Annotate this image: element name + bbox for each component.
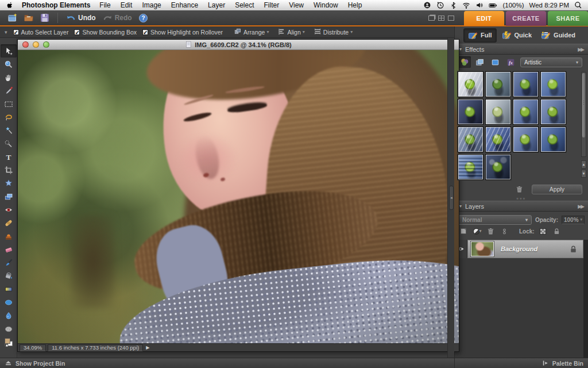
panel-resize-grip[interactable]: ■■■ [455, 196, 588, 201]
battery-icon[interactable] [489, 1, 497, 10]
show-project-bin-label[interactable]: Show Project Bin [16, 360, 65, 367]
mode-full[interactable]: Full [463, 28, 497, 43]
checkbox-auto-select-layer[interactable]: ✓Auto Select Layer [13, 29, 69, 36]
sponge-tool[interactable] [1, 322, 17, 335]
effect-thumbnail-13[interactable] [458, 154, 483, 180]
menu-item-window[interactable]: Window [314, 1, 338, 9]
layer-row-body[interactable]: Background [467, 240, 583, 258]
image-canvas[interactable] [18, 50, 459, 343]
eraser-tool[interactable] [1, 243, 17, 256]
effect-thumbnail-4[interactable] [540, 71, 566, 97]
hand-tool[interactable] [1, 71, 17, 84]
menu-item-select[interactable]: Select [235, 1, 254, 9]
effect-thumbnail-5[interactable] [458, 99, 483, 125]
lock-transparency-icon[interactable] [538, 227, 548, 236]
adjustment-layer-icon[interactable]: ▾ [472, 227, 482, 236]
collapse-triangle-icon[interactable]: ▾ [459, 204, 462, 209]
effects-category-select[interactable]: Artistic ▾ [520, 57, 582, 67]
healing-brush-tool[interactable] [1, 216, 17, 229]
status-menu-arrow-icon[interactable]: ▶ [146, 345, 149, 350]
apply-button[interactable]: Apply [532, 185, 582, 194]
effect-thumbnail-8[interactable] [540, 99, 566, 125]
distribute-menu[interactable]: Distribute▾ [311, 28, 356, 36]
effect-thumbnail-7[interactable] [513, 99, 539, 125]
effect-thumbnail-9[interactable] [458, 126, 483, 152]
tab-create[interactable]: CREATE [506, 11, 546, 26]
quick-selection-tool[interactable] [1, 137, 17, 150]
effect-thumbnail-10[interactable] [485, 126, 511, 152]
align-menu[interactable]: Align▾ [274, 28, 308, 36]
spotlight-icon[interactable] [574, 1, 582, 9]
all-effects-category-icon[interactable]: fx [505, 56, 517, 68]
photo-effects-category-icon[interactable] [489, 56, 502, 68]
effect-thumbnail-6[interactable] [485, 99, 511, 125]
blur-tool[interactable] [1, 309, 17, 322]
color-swatches[interactable] [1, 335, 17, 348]
scrollbar-thumb[interactable] [582, 72, 586, 138]
filters-category-icon[interactable] [458, 56, 471, 68]
menu-item-filter[interactable]: Filter [264, 1, 280, 9]
open-file-icon[interactable] [24, 13, 34, 23]
help-icon[interactable]: ? [138, 13, 148, 23]
document-titlebar[interactable]: IMG_6609.CR2 @ 34.1% (RGB/8) [18, 40, 459, 50]
cookie-cutter-tool[interactable] [1, 177, 17, 190]
menu-item-edit[interactable]: Edit [121, 1, 133, 9]
eyedropper-tool[interactable] [1, 84, 17, 97]
marquee-tool[interactable] [1, 97, 17, 110]
lock-all-icon[interactable] [552, 227, 562, 236]
shape-tool[interactable] [1, 296, 17, 309]
layers-panel-header[interactable]: ▾ Layers ▶▶ [455, 201, 588, 212]
palette-bin-label[interactable]: Palette Bin [552, 360, 583, 367]
app-menu-title[interactable]: Photoshop Elements [22, 1, 90, 9]
effects-scrollbar[interactable] [581, 72, 586, 157]
show-project-bin-icon[interactable] [5, 359, 12, 367]
tab-share[interactable]: SHARE [548, 11, 588, 26]
menu-clock[interactable]: Wed 8:29 PM [529, 2, 569, 9]
zoom-window-button[interactable] [43, 41, 49, 48]
arrange-menu[interactable]: Arrange▾ [231, 28, 272, 36]
delete-layer-icon[interactable] [486, 227, 496, 236]
photo-portrait[interactable] [18, 50, 459, 343]
menu-item-enhance[interactable]: Enhance [171, 1, 198, 9]
wifi-icon[interactable] [462, 1, 470, 9]
menu-item-image[interactable]: Image [142, 1, 161, 9]
single-window-icon[interactable] [448, 16, 454, 21]
new-layer-icon[interactable] [458, 227, 469, 236]
collapse-triangle-icon[interactable]: ▾ [459, 47, 462, 52]
tool-options-chevron-icon[interactable]: ▾ [5, 29, 7, 35]
checkbox-show-bounding-box[interactable]: ✓Show Bounding Box [74, 29, 137, 36]
opacity-field[interactable]: 100%▾ [562, 216, 585, 224]
menu-item-help[interactable]: Help [348, 1, 362, 9]
brush-tool[interactable] [1, 256, 17, 269]
type-tool[interactable]: T [1, 150, 17, 163]
tab-edit[interactable]: EDIT [464, 11, 504, 26]
user-menu-icon[interactable] [423, 1, 431, 9]
tile-windows-icon[interactable] [438, 16, 444, 21]
mode-quick[interactable]: Quick [498, 29, 536, 42]
straighten-tool[interactable] [1, 190, 17, 203]
effect-thumbnail-3[interactable] [513, 71, 539, 97]
bluetooth-icon[interactable] [450, 2, 457, 9]
volume-icon[interactable] [475, 1, 483, 9]
paint-bucket-tool[interactable] [1, 269, 17, 282]
effect-thumbnail-11[interactable] [513, 126, 539, 152]
time-machine-icon[interactable] [436, 1, 444, 9]
mode-guided[interactable]: Guided [537, 29, 579, 42]
scroll-up-icon[interactable]: ▲ [581, 160, 586, 168]
delete-effect-icon[interactable] [515, 185, 524, 194]
magic-wand-tool[interactable] [1, 124, 17, 137]
scroll-down-icon[interactable]: ▼ [581, 170, 586, 178]
zoom-level-field[interactable]: 34.09% [20, 344, 46, 351]
save-icon[interactable] [40, 13, 50, 23]
layer-styles-category-icon[interactable] [474, 56, 486, 68]
palette-bin-icon[interactable] [542, 359, 550, 367]
gradient-tool[interactable] [1, 282, 17, 296]
document-dimensions[interactable]: 11.6 inches x 7.733 inches (240 ppi) [48, 344, 143, 351]
blend-mode-select[interactable]: Normal ▾ [458, 215, 532, 225]
menu-item-file[interactable]: File [99, 1, 110, 9]
undo-button[interactable]: Undo [66, 13, 96, 23]
menu-item-view[interactable]: View [289, 1, 304, 9]
panel-menu-icon[interactable]: ▶▶ [578, 47, 583, 52]
move-tool[interactable] [1, 44, 17, 57]
lasso-tool[interactable] [1, 110, 17, 124]
